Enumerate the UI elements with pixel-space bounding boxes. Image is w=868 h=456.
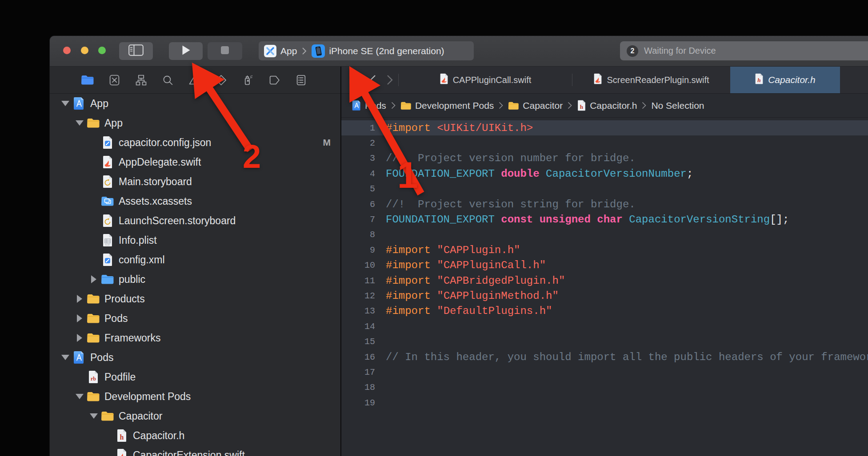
- line-number[interactable]: 1: [341, 123, 375, 133]
- find-navigator-icon[interactable]: [154, 67, 181, 93]
- line-number[interactable]: 3: [341, 153, 375, 163]
- code-line-8[interactable]: 8: [341, 227, 868, 242]
- tree-item-Frameworks[interactable]: Frameworks: [50, 328, 340, 348]
- code-line-13[interactable]: 13#import "DefaultPlugins.h": [341, 304, 868, 319]
- close-window-button[interactable]: [63, 47, 71, 54]
- tab-Capacitor.h[interactable]: hCapacitor.h: [730, 67, 840, 93]
- toggle-navigator-button[interactable]: [119, 42, 153, 60]
- code-line-5[interactable]: 5: [341, 182, 868, 197]
- tree-item-config.xml[interactable]: config.xml: [50, 250, 340, 270]
- code-line-17[interactable]: 17: [341, 365, 868, 380]
- tree-item-Capacitor.h[interactable]: hCapacitor.h: [50, 426, 340, 445]
- reports-navigator-icon[interactable]: [288, 67, 314, 93]
- disclosure-open-icon[interactable]: [88, 413, 100, 419]
- scheme-selector[interactable]: App iPhone SE (2nd generation): [259, 41, 474, 60]
- code-line-4[interactable]: 4FOUNDATION_EXPORT double CapacitorVersi…: [341, 166, 868, 181]
- tree-item-public[interactable]: public: [50, 270, 340, 289]
- disclosure-open-icon[interactable]: [59, 101, 71, 106]
- disclosure-closed-icon[interactable]: [73, 295, 85, 303]
- issues-navigator-icon[interactable]: [181, 67, 208, 93]
- code-line-16[interactable]: 16// In this header, you should import a…: [341, 349, 868, 365]
- tree-item-Info.plist[interactable]: PLISTInfo.plist: [50, 230, 340, 250]
- line-number[interactable]: 15: [341, 337, 375, 347]
- code-line-18[interactable]: 18: [341, 380, 868, 395]
- breadcrumb-item-Capacitor[interactable]: Capacitor: [508, 100, 563, 111]
- code-line-7[interactable]: 7FOUNDATION_EXPORT const unsigned char C…: [341, 212, 868, 227]
- tab-ScreenReaderPlugin.swift[interactable]: ScreenReaderPlugin.swift: [572, 67, 730, 93]
- tree-item-Pods[interactable]: Pods: [50, 309, 340, 328]
- tests-navigator-icon[interactable]: [208, 67, 234, 93]
- zoom-window-button[interactable]: [98, 47, 106, 54]
- line-number[interactable]: 19: [341, 398, 375, 408]
- tree-item-LaunchScreen.storyboard[interactable]: LaunchScreen.storyboard: [50, 211, 340, 230]
- tree-item-label: Products: [104, 293, 145, 305]
- code-line-2[interactable]: 2: [341, 135, 868, 151]
- code-line-9[interactable]: 9#import "CAPPlugin.h": [341, 242, 868, 258]
- go-back-button[interactable]: [364, 67, 381, 93]
- code-editor[interactable]: 1#import <UIKit/UIKit.h>23//! Project ve…: [341, 118, 868, 456]
- breakpoints-navigator-icon[interactable]: [261, 67, 288, 93]
- tree-item-Main.storyboard[interactable]: Main.storyboard: [50, 172, 340, 191]
- tree-item-App[interactable]: App: [50, 94, 340, 113]
- tree-item-Capacitor[interactable]: Capacitor: [50, 406, 340, 426]
- line-number[interactable]: 17: [341, 367, 375, 377]
- line-number[interactable]: 14: [341, 321, 375, 332]
- line-number[interactable]: 4: [341, 169, 375, 179]
- tree-item-Pods[interactable]: Pods: [50, 348, 340, 367]
- tree-item-Podfile[interactable]: rbPodfile: [50, 367, 340, 387]
- breadcrumb-item-Capacitor.h[interactable]: hCapacitor.h: [577, 100, 637, 111]
- breadcrumb-item-Pods[interactable]: Pods: [352, 100, 386, 111]
- line-number[interactable]: 5: [341, 184, 375, 194]
- line-number[interactable]: 9: [341, 245, 375, 255]
- disclosure-closed-icon[interactable]: [73, 314, 85, 322]
- disclosure-closed-icon[interactable]: [88, 275, 100, 283]
- line-number[interactable]: 18: [341, 382, 375, 393]
- minimize-window-button[interactable]: [81, 47, 88, 54]
- tree-item-CapacitorExtension.swift[interactable]: CapacitorExtension.swift: [50, 445, 340, 456]
- debug-navigator-icon[interactable]: [234, 67, 261, 93]
- code-line-11[interactable]: 11#import "CAPBridgedPlugin.h": [341, 273, 868, 288]
- go-forward-button[interactable]: [381, 67, 398, 93]
- run-button[interactable]: [169, 42, 203, 60]
- line-number[interactable]: 7: [341, 214, 375, 225]
- tree-item-Products[interactable]: Products: [50, 289, 340, 309]
- disclosure-open-icon[interactable]: [73, 394, 85, 399]
- breadcrumb-item-Development-Pods[interactable]: Development Pods: [400, 100, 494, 111]
- chevron-right-icon: [568, 102, 572, 109]
- breadcrumb-item-No-Selection[interactable]: No Selection: [651, 100, 704, 111]
- line-number[interactable]: 12: [341, 291, 375, 301]
- project-navigator-icon[interactable]: [74, 67, 101, 93]
- code-line-10[interactable]: 10#import "CAPPluginCall.h": [341, 258, 868, 273]
- code-line-12[interactable]: 12#import "CAPPluginMethod.h": [341, 288, 868, 303]
- symbols-navigator-icon[interactable]: [128, 67, 154, 93]
- disclosure-open-icon[interactable]: [59, 355, 71, 360]
- line-number[interactable]: 2: [341, 138, 375, 148]
- hfile-icon: h: [114, 429, 130, 442]
- line-number[interactable]: 13: [341, 306, 375, 316]
- code-line-15[interactable]: 15: [341, 334, 868, 349]
- chevron-right-icon: [642, 102, 646, 109]
- code-line-14[interactable]: 14: [341, 319, 868, 334]
- line-number[interactable]: 10: [341, 260, 375, 270]
- tab-CAPPluginCall.swift[interactable]: CAPPluginCall.swift: [399, 67, 572, 93]
- stop-button[interactable]: [208, 42, 242, 60]
- code-text: #import <UIKit/UIKit.h>: [386, 122, 533, 134]
- related-items-button[interactable]: [348, 67, 364, 93]
- tree-item-Development-Pods[interactable]: Development Pods: [50, 387, 340, 406]
- line-number[interactable]: 8: [341, 230, 375, 240]
- disclosure-open-icon[interactable]: [73, 120, 85, 126]
- code-line-19[interactable]: 19: [341, 395, 868, 410]
- tree-item-AppDelegate.swift[interactable]: AppDelegate.swift: [50, 152, 340, 172]
- code-line-1[interactable]: 1#import <UIKit/UIKit.h>: [341, 120, 868, 135]
- code-line-6[interactable]: 6//! Project version string for bridge.: [341, 197, 868, 212]
- source-control-navigator-icon[interactable]: [101, 67, 128, 93]
- activity-status-display[interactable]: 2 Waiting for Device: [620, 41, 868, 60]
- line-number[interactable]: 6: [341, 199, 375, 210]
- tree-item-App[interactable]: App: [50, 113, 340, 133]
- code-line-3[interactable]: 3//! Project version number for bridge.: [341, 151, 868, 166]
- line-number[interactable]: 11: [341, 276, 375, 286]
- disclosure-closed-icon[interactable]: [73, 334, 85, 342]
- tree-item-Assets.xcassets[interactable]: Assets.xcassets: [50, 191, 340, 211]
- line-number[interactable]: 16: [341, 352, 375, 362]
- tree-item-capacitor.config.json[interactable]: capacitor.config.jsonM: [50, 133, 340, 152]
